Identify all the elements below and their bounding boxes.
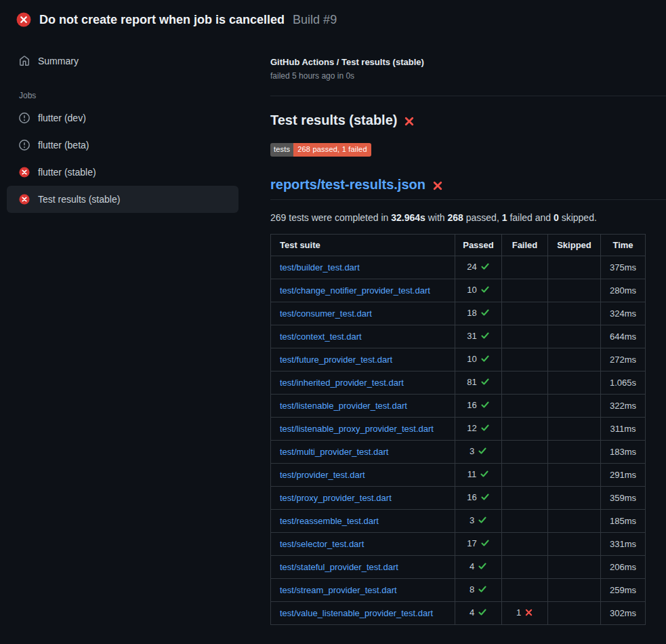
check-title: Test results (stable) <box>270 113 397 128</box>
failed-cell <box>502 533 548 556</box>
check-icon <box>478 561 487 573</box>
passed-cell: 24 <box>455 256 502 279</box>
passed-cell: 12 <box>455 418 502 441</box>
time-cell: 322ms <box>601 395 646 418</box>
run-title: Do not create report when job is cancell… <box>39 13 285 27</box>
status-neutral-icon <box>19 140 30 150</box>
table-row: test/builder_test.dart24375ms <box>271 256 646 279</box>
skipped-cell <box>548 487 601 510</box>
skipped-cell <box>548 348 601 371</box>
time-cell: 259ms <box>601 579 646 602</box>
results-tbody: test/builder_test.dart24375mstest/change… <box>271 256 646 625</box>
badge-value: 268 passed, 1 failed <box>293 143 371 157</box>
check-icon <box>478 446 487 458</box>
tests-badge: tests 268 passed, 1 failed <box>270 143 371 157</box>
failed-cell <box>502 325 548 348</box>
skipped-cell <box>548 533 601 556</box>
badge-label: tests <box>270 143 293 157</box>
test-suite-link[interactable]: test/listenable_proxy_provider_test.dart <box>280 424 434 434</box>
test-suite-link[interactable]: test/reassemble_test.dart <box>280 516 379 526</box>
time-cell: 291ms <box>601 464 646 487</box>
skipped-cell <box>548 256 601 279</box>
passed-cell: 10 <box>455 279 502 302</box>
summary-label: Summary <box>38 56 79 66</box>
sidebar-job-test-results-stable[interactable]: Test results (stable) <box>7 186 238 213</box>
passed-cell: 81 <box>455 371 502 395</box>
table-row: test/consumer_test.dart18324ms <box>271 302 646 325</box>
passed-cell: 4 <box>455 556 502 579</box>
check-title-row: Test results (stable) <box>270 113 666 128</box>
failed-cell <box>502 395 548 418</box>
passed-cell: 3 <box>455 510 502 533</box>
failed-cell <box>502 579 548 602</box>
home-icon <box>19 56 30 66</box>
test-suite-link[interactable]: test/provider_test.dart <box>280 470 365 480</box>
test-suite-link[interactable]: test/builder_test.dart <box>280 262 360 273</box>
table-row: test/listenable_provider_test.dart16322m… <box>271 395 646 418</box>
failed-cell <box>502 487 548 510</box>
check-icon <box>478 584 487 596</box>
table-row: test/selector_test.dart17331ms <box>271 533 646 556</box>
test-suite-link[interactable]: test/context_test.dart <box>280 331 362 342</box>
test-suite-link[interactable]: test/inherited_provider_test.dart <box>280 378 404 388</box>
check-icon <box>480 423 490 435</box>
time-cell: 185ms <box>601 510 646 533</box>
check-icon <box>478 515 487 527</box>
failed-cell <box>502 556 548 579</box>
passed-cell: 17 <box>455 533 502 556</box>
jobs-section-heading: Jobs <box>19 91 261 100</box>
check-icon <box>480 469 489 481</box>
sidebar-job-flutter-stable[interactable]: flutter (stable) <box>7 159 238 186</box>
table-row: test/stateful_provider_test.dart4206ms <box>271 556 646 579</box>
test-suite-link[interactable]: test/listenable_provider_test.dart <box>280 401 407 411</box>
test-suite-link[interactable]: test/stateful_provider_test.dart <box>280 562 398 572</box>
passed-cell: 16 <box>455 487 502 510</box>
time-cell: 644ms <box>601 325 646 348</box>
sidebar-job-flutter-beta[interactable]: flutter (beta) <box>7 132 238 159</box>
skipped-cell <box>548 556 601 579</box>
skipped-cell <box>548 325 601 348</box>
build-number: Build #9 <box>293 13 337 27</box>
suite-cell: test/provider_test.dart <box>271 464 455 487</box>
report-file-link[interactable]: reports/test-results.json <box>270 177 425 193</box>
passed-cell: 8 <box>455 579 502 602</box>
test-suite-link[interactable]: test/future_provider_test.dart <box>280 355 392 365</box>
test-suite-link[interactable]: test/consumer_test.dart <box>280 308 372 319</box>
table-row: test/stream_provider_test.dart8259ms <box>271 579 646 602</box>
check-icon <box>480 331 490 342</box>
test-suite-link[interactable]: test/multi_provider_test.dart <box>280 447 388 457</box>
sidebar-item-summary[interactable]: Summary <box>7 47 238 75</box>
check-run-page: Do not create report when job is cancell… <box>0 0 666 644</box>
skipped-cell <box>548 418 601 441</box>
table-row: test/context_test.dart31644ms <box>271 325 646 348</box>
passed-cell: 16 <box>455 395 502 418</box>
test-suite-link[interactable]: test/value_listenable_provider_test.dart <box>280 608 433 618</box>
page-header: Do not create report when job is cancell… <box>0 0 666 39</box>
job-label: flutter (beta) <box>38 140 89 150</box>
sidebar-job-flutter-dev[interactable]: flutter (dev) <box>7 104 238 132</box>
time-cell: 206ms <box>601 556 646 579</box>
run-failed-icon <box>16 12 31 27</box>
failed-cell <box>502 441 548 464</box>
check-icon <box>480 377 490 388</box>
test-suite-link[interactable]: test/stream_provider_test.dart <box>280 585 397 595</box>
failed-x-icon <box>432 180 443 191</box>
test-suite-link[interactable]: test/selector_test.dart <box>280 539 364 549</box>
col-header-skipped: Skipped <box>548 235 601 256</box>
test-suite-link[interactable]: test/change_notifier_provider_test.dart <box>280 285 430 296</box>
suite-cell: test/builder_test.dart <box>271 256 455 279</box>
test-suite-link[interactable]: test/proxy_provider_test.dart <box>280 493 392 503</box>
table-row: test/reassemble_test.dart3185ms <box>271 510 646 533</box>
time-cell: 375ms <box>601 256 646 279</box>
table-row: test/change_notifier_provider_test.dart1… <box>271 279 646 302</box>
suite-cell: test/reassemble_test.dart <box>271 510 455 533</box>
col-header-time: Time <box>601 235 646 256</box>
check-icon <box>478 607 487 619</box>
suite-cell: test/multi_provider_test.dart <box>271 441 455 464</box>
check-icon <box>480 538 490 550</box>
passed-cell: 31 <box>455 325 502 348</box>
check-icon <box>480 308 490 319</box>
skipped-cell <box>548 395 601 418</box>
check-icon <box>480 354 490 365</box>
failed-cell <box>502 464 548 487</box>
